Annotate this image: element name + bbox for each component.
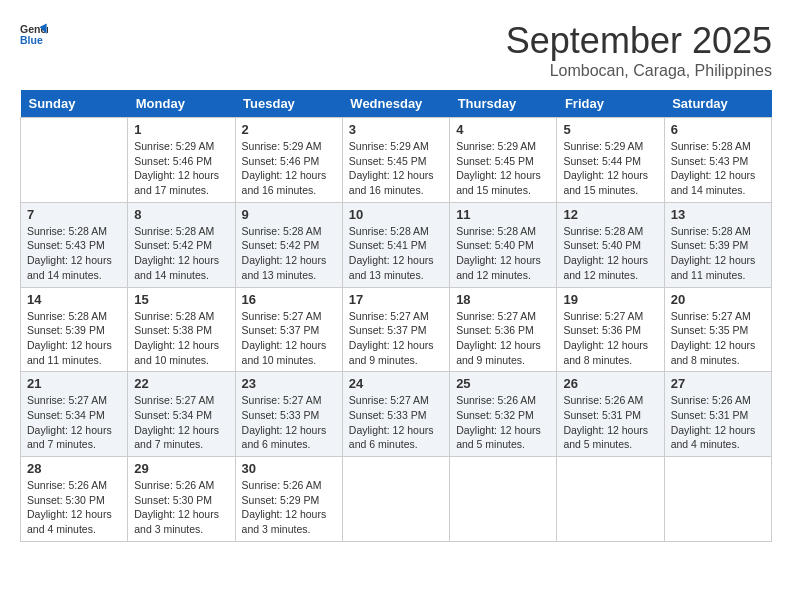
sunrise-text: Sunrise: 5:28 AM bbox=[242, 224, 336, 239]
sunset-text: Sunset: 5:34 PM bbox=[27, 408, 121, 423]
day-info: Sunrise: 5:28 AMSunset: 5:41 PMDaylight:… bbox=[349, 224, 443, 283]
daylight-text: Daylight: 12 hours and 16 minutes. bbox=[242, 168, 336, 197]
calendar-table: SundayMondayTuesdayWednesdayThursdayFrid… bbox=[20, 90, 772, 542]
sunset-text: Sunset: 5:42 PM bbox=[242, 238, 336, 253]
day-number: 13 bbox=[671, 207, 765, 222]
daylight-text: Daylight: 12 hours and 14 minutes. bbox=[671, 168, 765, 197]
day-info: Sunrise: 5:27 AMSunset: 5:33 PMDaylight:… bbox=[349, 393, 443, 452]
sunset-text: Sunset: 5:40 PM bbox=[456, 238, 550, 253]
week-row-1: 1Sunrise: 5:29 AMSunset: 5:46 PMDaylight… bbox=[21, 118, 772, 203]
day-cell: 10Sunrise: 5:28 AMSunset: 5:41 PMDayligh… bbox=[342, 202, 449, 287]
day-cell: 2Sunrise: 5:29 AMSunset: 5:46 PMDaylight… bbox=[235, 118, 342, 203]
day-cell: 5Sunrise: 5:29 AMSunset: 5:44 PMDaylight… bbox=[557, 118, 664, 203]
sunset-text: Sunset: 5:42 PM bbox=[134, 238, 228, 253]
day-cell: 21Sunrise: 5:27 AMSunset: 5:34 PMDayligh… bbox=[21, 372, 128, 457]
day-number: 30 bbox=[242, 461, 336, 476]
daylight-text: Daylight: 12 hours and 9 minutes. bbox=[456, 338, 550, 367]
day-number: 2 bbox=[242, 122, 336, 137]
sunrise-text: Sunrise: 5:26 AM bbox=[27, 478, 121, 493]
day-info: Sunrise: 5:27 AMSunset: 5:35 PMDaylight:… bbox=[671, 309, 765, 368]
day-number: 6 bbox=[671, 122, 765, 137]
sunrise-text: Sunrise: 5:26 AM bbox=[134, 478, 228, 493]
sunset-text: Sunset: 5:31 PM bbox=[671, 408, 765, 423]
day-info: Sunrise: 5:27 AMSunset: 5:33 PMDaylight:… bbox=[242, 393, 336, 452]
day-info: Sunrise: 5:28 AMSunset: 5:43 PMDaylight:… bbox=[27, 224, 121, 283]
sunrise-text: Sunrise: 5:26 AM bbox=[456, 393, 550, 408]
day-info: Sunrise: 5:28 AMSunset: 5:43 PMDaylight:… bbox=[671, 139, 765, 198]
daylight-text: Daylight: 12 hours and 15 minutes. bbox=[456, 168, 550, 197]
day-cell: 26Sunrise: 5:26 AMSunset: 5:31 PMDayligh… bbox=[557, 372, 664, 457]
sunset-text: Sunset: 5:33 PM bbox=[242, 408, 336, 423]
sunrise-text: Sunrise: 5:28 AM bbox=[456, 224, 550, 239]
day-info: Sunrise: 5:28 AMSunset: 5:39 PMDaylight:… bbox=[671, 224, 765, 283]
sunset-text: Sunset: 5:29 PM bbox=[242, 493, 336, 508]
header-cell-tuesday: Tuesday bbox=[235, 90, 342, 118]
sunset-text: Sunset: 5:46 PM bbox=[134, 154, 228, 169]
day-info: Sunrise: 5:29 AMSunset: 5:45 PMDaylight:… bbox=[349, 139, 443, 198]
sunset-text: Sunset: 5:45 PM bbox=[349, 154, 443, 169]
day-number: 19 bbox=[563, 292, 657, 307]
daylight-text: Daylight: 12 hours and 3 minutes. bbox=[134, 507, 228, 536]
sunset-text: Sunset: 5:40 PM bbox=[563, 238, 657, 253]
svg-text:Blue: Blue bbox=[20, 34, 43, 46]
day-number: 28 bbox=[27, 461, 121, 476]
day-info: Sunrise: 5:28 AMSunset: 5:42 PMDaylight:… bbox=[134, 224, 228, 283]
day-cell: 18Sunrise: 5:27 AMSunset: 5:36 PMDayligh… bbox=[450, 287, 557, 372]
sunset-text: Sunset: 5:32 PM bbox=[456, 408, 550, 423]
day-cell: 3Sunrise: 5:29 AMSunset: 5:45 PMDaylight… bbox=[342, 118, 449, 203]
daylight-text: Daylight: 12 hours and 4 minutes. bbox=[671, 423, 765, 452]
day-number: 9 bbox=[242, 207, 336, 222]
day-info: Sunrise: 5:26 AMSunset: 5:31 PMDaylight:… bbox=[563, 393, 657, 452]
daylight-text: Daylight: 12 hours and 5 minutes. bbox=[563, 423, 657, 452]
sunset-text: Sunset: 5:33 PM bbox=[349, 408, 443, 423]
day-number: 1 bbox=[134, 122, 228, 137]
location-title: Lombocan, Caraga, Philippines bbox=[506, 62, 772, 80]
day-info: Sunrise: 5:27 AMSunset: 5:36 PMDaylight:… bbox=[456, 309, 550, 368]
sunrise-text: Sunrise: 5:26 AM bbox=[671, 393, 765, 408]
daylight-text: Daylight: 12 hours and 11 minutes. bbox=[671, 253, 765, 282]
header-cell-monday: Monday bbox=[128, 90, 235, 118]
day-info: Sunrise: 5:26 AMSunset: 5:31 PMDaylight:… bbox=[671, 393, 765, 452]
day-info: Sunrise: 5:28 AMSunset: 5:40 PMDaylight:… bbox=[563, 224, 657, 283]
day-number: 29 bbox=[134, 461, 228, 476]
daylight-text: Daylight: 12 hours and 8 minutes. bbox=[671, 338, 765, 367]
header-cell-thursday: Thursday bbox=[450, 90, 557, 118]
day-number: 7 bbox=[27, 207, 121, 222]
month-title: September 2025 bbox=[506, 20, 772, 62]
header: General Blue September 2025 Lombocan, Ca… bbox=[20, 20, 772, 80]
header-cell-wednesday: Wednesday bbox=[342, 90, 449, 118]
day-info: Sunrise: 5:29 AMSunset: 5:44 PMDaylight:… bbox=[563, 139, 657, 198]
logo-icon: General Blue bbox=[20, 20, 48, 48]
daylight-text: Daylight: 12 hours and 13 minutes. bbox=[242, 253, 336, 282]
sunrise-text: Sunrise: 5:28 AM bbox=[27, 309, 121, 324]
daylight-text: Daylight: 12 hours and 13 minutes. bbox=[349, 253, 443, 282]
daylight-text: Daylight: 12 hours and 14 minutes. bbox=[27, 253, 121, 282]
day-number: 16 bbox=[242, 292, 336, 307]
sunset-text: Sunset: 5:35 PM bbox=[671, 323, 765, 338]
day-info: Sunrise: 5:27 AMSunset: 5:36 PMDaylight:… bbox=[563, 309, 657, 368]
sunset-text: Sunset: 5:30 PM bbox=[27, 493, 121, 508]
sunset-text: Sunset: 5:43 PM bbox=[671, 154, 765, 169]
sunset-text: Sunset: 5:45 PM bbox=[456, 154, 550, 169]
day-cell: 25Sunrise: 5:26 AMSunset: 5:32 PMDayligh… bbox=[450, 372, 557, 457]
header-cell-sunday: Sunday bbox=[21, 90, 128, 118]
day-info: Sunrise: 5:27 AMSunset: 5:37 PMDaylight:… bbox=[242, 309, 336, 368]
day-number: 18 bbox=[456, 292, 550, 307]
sunrise-text: Sunrise: 5:27 AM bbox=[242, 393, 336, 408]
sunrise-text: Sunrise: 5:27 AM bbox=[563, 309, 657, 324]
day-cell: 15Sunrise: 5:28 AMSunset: 5:38 PMDayligh… bbox=[128, 287, 235, 372]
sunset-text: Sunset: 5:34 PM bbox=[134, 408, 228, 423]
daylight-text: Daylight: 12 hours and 12 minutes. bbox=[456, 253, 550, 282]
day-cell bbox=[342, 457, 449, 542]
day-info: Sunrise: 5:27 AMSunset: 5:34 PMDaylight:… bbox=[27, 393, 121, 452]
day-cell: 28Sunrise: 5:26 AMSunset: 5:30 PMDayligh… bbox=[21, 457, 128, 542]
sunset-text: Sunset: 5:30 PM bbox=[134, 493, 228, 508]
sunrise-text: Sunrise: 5:26 AM bbox=[563, 393, 657, 408]
daylight-text: Daylight: 12 hours and 6 minutes. bbox=[349, 423, 443, 452]
day-number: 8 bbox=[134, 207, 228, 222]
day-cell: 11Sunrise: 5:28 AMSunset: 5:40 PMDayligh… bbox=[450, 202, 557, 287]
daylight-text: Daylight: 12 hours and 3 minutes. bbox=[242, 507, 336, 536]
day-cell: 1Sunrise: 5:29 AMSunset: 5:46 PMDaylight… bbox=[128, 118, 235, 203]
day-number: 17 bbox=[349, 292, 443, 307]
sunset-text: Sunset: 5:39 PM bbox=[671, 238, 765, 253]
